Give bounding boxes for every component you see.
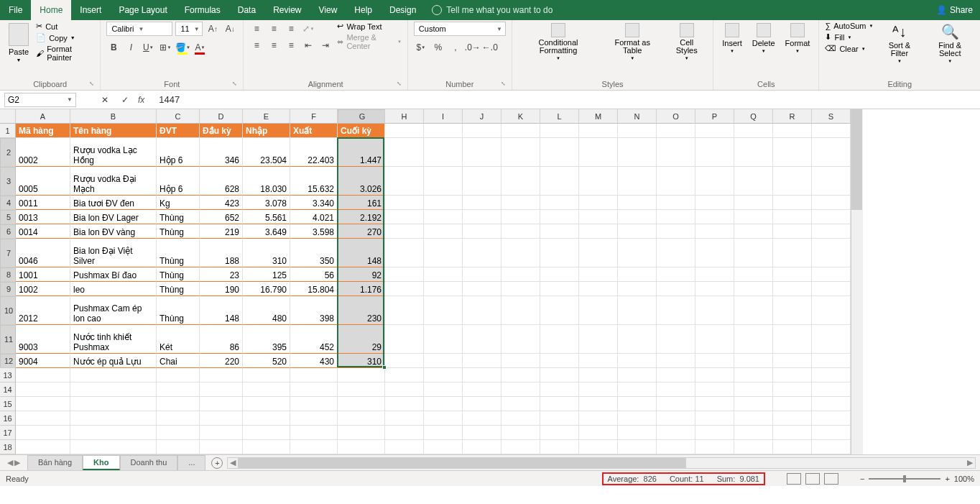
cell-S17[interactable]: [812, 426, 851, 440]
col-header-O[interactable]: O: [657, 109, 695, 124]
fx-icon[interactable]: fx: [138, 95, 144, 105]
tab-view[interactable]: View: [310, 0, 346, 20]
cell-H8[interactable]: [385, 267, 424, 282]
cell-M11[interactable]: [579, 325, 618, 354]
row-header-6[interactable]: 6: [0, 224, 16, 239]
cell-S16[interactable]: [812, 411, 851, 426]
vertical-scrollbar[interactable]: [851, 109, 863, 454]
cell-H13[interactable]: [385, 368, 424, 382]
cell-Q10[interactable]: [734, 296, 773, 325]
sheet-tab-bán-hàng[interactable]: Bán hàng: [27, 455, 83, 470]
cell-C2[interactable]: Hộp 6: [157, 138, 200, 167]
cell-O15[interactable]: [657, 397, 695, 411]
number-launcher[interactable]: ⤡: [501, 81, 506, 87]
cell-L12[interactable]: [540, 354, 579, 368]
cell-Q8[interactable]: [734, 267, 773, 282]
cell-S7[interactable]: [812, 239, 851, 267]
cell-L15[interactable]: [540, 397, 579, 411]
cell-S11[interactable]: [812, 325, 851, 354]
cell-D5[interactable]: 652: [200, 210, 243, 224]
cell-R13[interactable]: [773, 368, 812, 382]
cell-P15[interactable]: [695, 397, 734, 411]
cell-I6[interactable]: [424, 224, 463, 239]
cell-F7[interactable]: 350: [290, 239, 338, 267]
cell-M13[interactable]: [579, 368, 618, 382]
cell-N13[interactable]: [618, 368, 657, 382]
cell-M18[interactable]: [579, 440, 618, 454]
cell-K1[interactable]: [501, 124, 540, 138]
row-header-5[interactable]: 5: [0, 210, 16, 224]
select-all-corner[interactable]: [0, 109, 16, 124]
cell-G15[interactable]: [338, 397, 385, 411]
col-header-E[interactable]: E: [243, 109, 290, 124]
tab-home[interactable]: Home: [31, 0, 71, 20]
cell-M15[interactable]: [579, 397, 618, 411]
cell-A6[interactable]: 0014: [16, 224, 70, 239]
sort-filter-button[interactable]: ᴬ↓Sort & Filter▼: [877, 22, 921, 65]
cell-D16[interactable]: [200, 411, 243, 426]
share-button[interactable]: 👤 Share: [936, 5, 973, 15]
cell-F6[interactable]: 3.598: [290, 224, 338, 239]
col-header-B[interactable]: B: [70, 109, 157, 124]
cell-I16[interactable]: [424, 411, 463, 426]
cell-P18[interactable]: [695, 440, 734, 454]
indent-dec-button[interactable]: ⇤: [301, 38, 315, 52]
cell-B8[interactable]: Pushmax Bí đao: [70, 267, 157, 282]
cell-L1[interactable]: [540, 124, 579, 138]
col-header-G[interactable]: G: [338, 109, 385, 124]
cell-L10[interactable]: [540, 296, 579, 325]
normal-view-button[interactable]: [787, 473, 801, 485]
cell-G3[interactable]: 3.026: [338, 167, 385, 196]
tab-insert[interactable]: Insert: [71, 0, 110, 20]
row-header-18[interactable]: 18: [0, 440, 16, 454]
cell-L7[interactable]: [540, 239, 579, 267]
cell-Q2[interactable]: [734, 138, 773, 167]
cell-D10[interactable]: 148: [200, 296, 243, 325]
cell-O18[interactable]: [657, 440, 695, 454]
cell-E8[interactable]: 125: [243, 267, 290, 282]
cell-P11[interactable]: [695, 325, 734, 354]
sheet-tab-kho[interactable]: Kho: [83, 455, 119, 470]
cell-H6[interactable]: [385, 224, 424, 239]
cell-C4[interactable]: Kg: [157, 196, 200, 210]
cell-R15[interactable]: [773, 397, 812, 411]
sheet-nav-next[interactable]: ▶: [14, 458, 20, 467]
cell-F16[interactable]: [290, 411, 338, 426]
cell-H18[interactable]: [385, 440, 424, 454]
align-right-button[interactable]: ≡: [284, 38, 298, 52]
cell-B16[interactable]: [70, 411, 157, 426]
cell-N3[interactable]: [618, 167, 657, 196]
cell-F8[interactable]: 56: [290, 267, 338, 282]
cell-N17[interactable]: [618, 426, 657, 440]
tab-formulas[interactable]: Formulas: [176, 0, 229, 20]
cell-E12[interactable]: 520: [243, 354, 290, 368]
cell-R7[interactable]: [773, 239, 812, 267]
cell-R9[interactable]: [773, 282, 812, 296]
clipboard-launcher[interactable]: ⤡: [89, 81, 94, 87]
underline-button[interactable]: U▼: [141, 40, 155, 55]
copy-button[interactable]: 📄 Copy ▼: [36, 33, 94, 42]
cell-K4[interactable]: [501, 196, 540, 210]
cell-I5[interactable]: [424, 210, 463, 224]
cell-P9[interactable]: [695, 282, 734, 296]
cell-B13[interactable]: [70, 368, 157, 382]
italic-button[interactable]: I: [124, 40, 138, 55]
col-header-C[interactable]: C: [157, 109, 200, 124]
cell-L4[interactable]: [540, 196, 579, 210]
add-sheet-button[interactable]: +: [211, 457, 223, 469]
cell-P2[interactable]: [695, 138, 734, 167]
col-header-M[interactable]: M: [579, 109, 618, 124]
cell-N9[interactable]: [618, 282, 657, 296]
cell-K17[interactable]: [501, 426, 540, 440]
cell-A17[interactable]: [16, 426, 70, 440]
formula-bar[interactable]: 1447: [159, 94, 180, 105]
cell-H2[interactable]: [385, 138, 424, 167]
cell-R6[interactable]: [773, 224, 812, 239]
col-header-N[interactable]: N: [618, 109, 657, 124]
col-header-K[interactable]: K: [501, 109, 540, 124]
cell-K2[interactable]: [501, 138, 540, 167]
cell-J2[interactable]: [463, 138, 501, 167]
cell-M6[interactable]: [579, 224, 618, 239]
cell-P16[interactable]: [695, 411, 734, 426]
merge-center-button[interactable]: ⬌ Merge & Center ▼: [337, 33, 401, 50]
